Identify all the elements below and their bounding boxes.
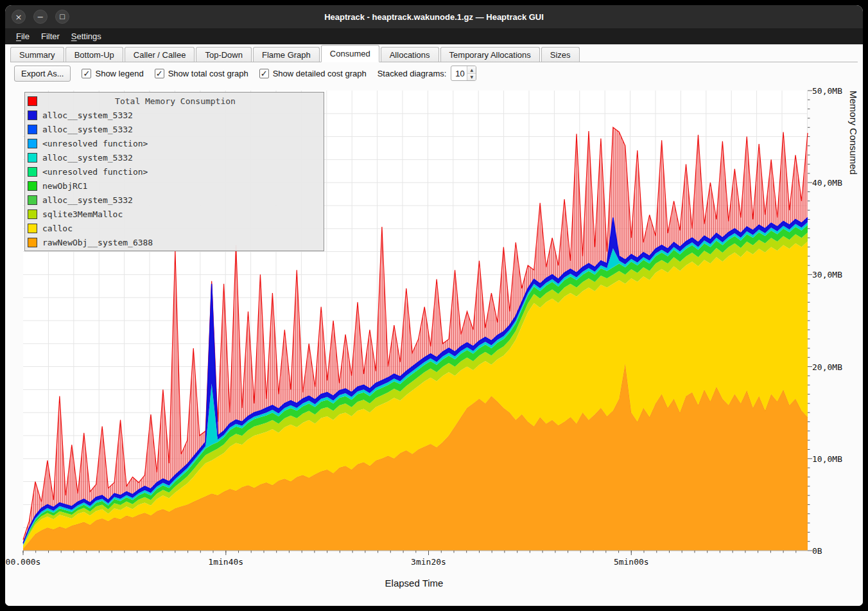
legend-swatch [28, 195, 37, 205]
spin-down-button[interactable]: ▼ [467, 74, 476, 81]
checkbox-show-detailed-cost-graph[interactable]: ✓Show detailed cost graph [259, 69, 367, 78]
tab-caller-callee[interactable]: Caller / Callee [125, 47, 195, 62]
legend-item: alloc__system_5332 [28, 122, 324, 136]
minimize-button[interactable]: − [33, 10, 48, 24]
legend-swatch [28, 125, 37, 134]
legend-label: Total Memory Consumption [42, 96, 308, 106]
legend-label: alloc__system_5332 [42, 195, 133, 205]
spin-up-button[interactable]: ▲ [467, 66, 476, 74]
legend-item: sqlite3MemMalloc [28, 207, 324, 221]
spinbox-value[interactable]: 10 [451, 66, 467, 80]
chart-legend: Total Memory Consumptionalloc__system_53… [24, 92, 324, 251]
legend-item: alloc__system_5332 [28, 193, 324, 207]
legend-label: rawNewObj__system_6388 [42, 238, 153, 247]
legend-swatch [28, 167, 37, 177]
tab-consumed[interactable]: Consumed [321, 45, 379, 62]
legend-item: <unresolved function> [28, 136, 324, 150]
checkbox-box[interactable]: ✓ [82, 69, 91, 78]
y-axis-title: Memory Consumed [848, 91, 859, 551]
legend-item: rawNewObj__system_6388 [28, 235, 324, 249]
menu-bar: FileFilterSettings [5, 28, 863, 44]
legend-item: calloc [28, 221, 324, 235]
legend-label: <unresolved function> [42, 139, 148, 148]
legend-swatch [28, 224, 37, 233]
legend-label: alloc__system_5332 [42, 111, 133, 120]
legend-label: sqlite3MemMalloc [42, 209, 123, 219]
tab-top-down[interactable]: Top-Down [196, 47, 252, 62]
menu-file[interactable]: File [10, 30, 35, 43]
tab-allocations[interactable]: Allocations [381, 47, 439, 62]
legend-item: alloc__system_5332 [28, 150, 324, 164]
legend-swatch [28, 96, 37, 106]
checkbox-label: Show detailed cost graph [273, 69, 367, 78]
legend-label: <unresolved function> [42, 167, 148, 177]
tab-bar: SummaryBottom-UpCaller / CalleeTop-DownF… [10, 45, 858, 62]
menu-settings[interactable]: Settings [65, 30, 107, 43]
tab-sizes[interactable]: Sizes [541, 47, 580, 62]
legend-label: calloc [42, 224, 73, 233]
export-as-button[interactable]: Export As... [14, 66, 71, 82]
spinbox-buttons: ▲ ▼ [467, 66, 476, 80]
menu-filter[interactable]: Filter [35, 30, 65, 43]
tab-flame-graph[interactable]: Flame Graph [253, 47, 320, 62]
legend-label: alloc__system_5332 [42, 125, 133, 134]
legend-item: newObjRC1 [28, 179, 324, 193]
window: × − □ Heaptrack - heaptrack.wakunode.1.g… [5, 5, 863, 606]
tab-temporary-allocations[interactable]: Temporary Allocations [440, 47, 540, 62]
checkbox-box[interactable]: ✓ [259, 69, 269, 78]
checkbox-show-legend[interactable]: ✓Show legend [82, 69, 143, 78]
legend-swatch [28, 181, 37, 191]
title-bar: × − □ Heaptrack - heaptrack.wakunode.1.g… [5, 5, 863, 28]
toolbar: Export As... ✓Show legend✓Show total cos… [14, 64, 476, 82]
x-axis-title: Elapsed Time [5, 578, 823, 589]
legend-item: alloc__system_5332 [28, 108, 324, 122]
legend-swatch [28, 139, 37, 148]
checkbox-box[interactable]: ✓ [155, 69, 164, 78]
window-controls: × − □ [12, 10, 69, 24]
checkbox-label: Show legend [95, 69, 143, 78]
tab-bottom-up[interactable]: Bottom-Up [65, 47, 123, 62]
legend-swatch [28, 111, 37, 120]
legend-item: <unresolved function> [28, 164, 324, 179]
legend-label: alloc__system_5332 [42, 153, 133, 163]
close-button[interactable]: × [12, 10, 26, 24]
toolbar-checkboxes: ✓Show legend✓Show total cost graph✓Show … [82, 69, 366, 78]
stacked-diagrams-group: Stacked diagrams: 10 ▲ ▼ [378, 66, 477, 81]
legend-title-row: Total Memory Consumption [28, 94, 324, 108]
legend-swatch [28, 238, 37, 247]
legend-swatch [28, 209, 37, 219]
tab-summary[interactable]: Summary [10, 47, 64, 62]
legend-swatch [28, 153, 37, 163]
checkbox-show-total-cost-graph[interactable]: ✓Show total cost graph [155, 69, 248, 78]
stacked-diagrams-spinbox[interactable]: 10 ▲ ▼ [451, 66, 476, 81]
maximize-button[interactable]: □ [55, 10, 69, 24]
stacked-diagrams-label: Stacked diagrams: [378, 69, 447, 78]
checkbox-label: Show total cost graph [168, 69, 248, 78]
window-title: Heaptrack - heaptrack.wakunode.1.gz — He… [5, 12, 863, 22]
legend-label: newObjRC1 [42, 181, 87, 191]
